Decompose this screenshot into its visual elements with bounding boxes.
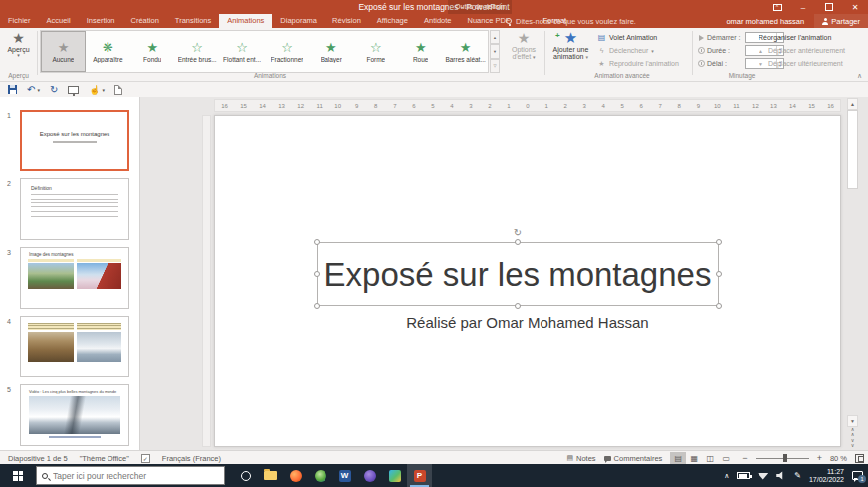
next-slide-button[interactable]: ∨∨ (847, 438, 858, 449)
tab-fichier[interactable]: Fichier (0, 14, 39, 28)
zoom-out-button[interactable]: − (742, 453, 747, 463)
add-animation-button[interactable]: ★+ Ajouter une animation ▾ (548, 30, 593, 74)
animation-roue[interactable]: ★Roue (398, 31, 443, 72)
word-button[interactable]: W (332, 464, 357, 487)
tab-diaporama[interactable]: Diaporama (272, 14, 325, 28)
zoom-level[interactable]: 80 % (830, 454, 847, 463)
collapse-ribbon-icon[interactable]: ∧ (857, 72, 862, 80)
button-declencheur[interactable]: ϟDéclencheur▾ (597, 44, 694, 57)
start-button[interactable] (0, 464, 36, 487)
close-button[interactable]: ✕ (842, 0, 868, 14)
vertical-scrollbar[interactable]: ▲ ▼ ∧∧ ∨∨ (847, 98, 858, 449)
comments-button[interactable]: Commentaires (604, 454, 663, 463)
slide-sorter-view-button[interactable]: ▦ (686, 452, 702, 465)
chevron-down-icon[interactable]: ▾ (37, 87, 40, 93)
move-earlier-button[interactable]: ▲ Déplacer antérieurement (759, 44, 864, 57)
animation-flottant-ent[interactable]: ☆Flottant ent... (220, 31, 265, 72)
tab-accueil[interactable]: Accueil (39, 14, 79, 28)
download-manager-button[interactable] (308, 464, 332, 487)
tab-revision[interactable]: Révision (325, 14, 369, 28)
animation-barres-aleat[interactable]: ★Barres aléat... (443, 31, 488, 72)
restore-button[interactable] (816, 0, 842, 14)
speaker-icon[interactable] (776, 471, 786, 480)
powerpoint-taskbar-button[interactable]: P (407, 464, 432, 487)
gallery-expand[interactable]: ▽ (490, 59, 500, 73)
spellcheck-icon[interactable]: ✓ (141, 454, 150, 463)
button-reproduire-l-animation[interactable]: ★Reproduire l'animation (597, 57, 694, 70)
zoom-slider-thumb[interactable] (783, 454, 787, 462)
preview-star-icon: ★ (2, 30, 35, 46)
tab-transitions[interactable]: Transitions (167, 14, 219, 28)
button-volet-animation[interactable]: ▤Volet Animation (597, 31, 694, 44)
slide-5-thumbnail[interactable]: Vidéo : Les cinq plus belles montagnes d… (20, 384, 129, 446)
animation-forme[interactable]: ☆Forme (353, 31, 398, 72)
scrollbar-thumb[interactable] (847, 110, 858, 189)
vertical-ruler[interactable] (202, 115, 211, 447)
horizontal-ruler[interactable]: 1615141312111098765432101234567891011121… (214, 99, 841, 112)
slide-title-text[interactable]: Exposé sur les montagnes (318, 243, 718, 307)
slide-1-thumbnail[interactable]: Exposé sur les montagnes (20, 110, 129, 171)
normal-view-button[interactable]: ▤ (670, 452, 686, 465)
slide-3-thumbnail[interactable]: Image des montagnes (20, 247, 129, 309)
language-indicator[interactable]: Français (France) (162, 454, 221, 463)
tab-animations[interactable]: Animations (219, 14, 272, 28)
animation-aucune[interactable]: ★Aucune (41, 31, 86, 72)
battery-icon[interactable] (737, 472, 750, 479)
tell-me-box[interactable]: Dites-nous ce que vous voulez faire. (506, 14, 636, 28)
animation-label: Fondu (143, 56, 161, 63)
animation-fondu[interactable]: ★Fondu (130, 31, 175, 72)
user-name[interactable]: omar mohamed hassan (726, 17, 804, 26)
scroll-up-button[interactable]: ▲ (847, 98, 858, 110)
file-explorer-button[interactable] (258, 464, 283, 487)
zoom-slider[interactable] (756, 452, 809, 465)
tab-insertion[interactable]: Insertion (79, 14, 123, 28)
tray-expand-icon[interactable]: ∧ (724, 472, 729, 480)
minimize-button[interactable]: – (790, 0, 816, 14)
new-file-button[interactable] (114, 85, 122, 95)
zoom-in-button[interactable]: + (817, 453, 822, 463)
tab-antidote[interactable]: Antidote (416, 14, 460, 28)
ruler-number: 10 (708, 103, 727, 109)
share-button[interactable]: Partager (814, 14, 868, 28)
clock[interactable]: 11:27 17/02/2022 (809, 468, 844, 484)
animation-apparaitre[interactable]: ❋Apparaître (86, 31, 130, 72)
taskbar-search-box[interactable] (36, 466, 225, 485)
move-later-button[interactable]: ▼ Déplacer ultérieurement (759, 57, 864, 70)
title-textbox[interactable]: ↻ Exposé sur les montagnes (317, 242, 719, 306)
notes-button[interactable]: ▤Notes (566, 454, 595, 463)
touch-mode-button[interactable]: ☝▾ (89, 85, 105, 95)
wifi-icon[interactable] (758, 472, 768, 480)
gallery-scrollbar: ▲ ▼ ▽ (490, 30, 500, 73)
theme-name[interactable]: "Thème Office" (80, 454, 129, 463)
ribbon-display-options-button[interactable]: ^ (764, 0, 790, 14)
firefox-button[interactable] (283, 464, 308, 487)
slide-subtitle-text[interactable]: Réalisé par Omar Mohamed Hassan (215, 314, 840, 331)
animation-fractionner[interactable]: ☆Fractionner (265, 31, 310, 72)
bluestacks-button[interactable] (382, 464, 407, 487)
chevron-down-icon[interactable]: ▾ (103, 87, 106, 93)
search-input[interactable] (53, 471, 202, 481)
reading-view-button[interactable]: ◫ (702, 452, 718, 465)
slide-4-thumbnail[interactable] (20, 316, 129, 377)
animation-balayer[interactable]: ★Balayer (309, 31, 353, 72)
undo-button[interactable]: ↶▾ (27, 85, 40, 95)
media-app-button[interactable] (357, 464, 382, 487)
slideshow-view-button[interactable]: ▭ (718, 452, 734, 465)
task-view-button[interactable] (233, 464, 258, 487)
animation-entree-brus[interactable]: ☆Entrée brus... (175, 31, 220, 72)
redo-button[interactable]: ↻ (50, 85, 58, 95)
rotate-handle[interactable]: ↻ (514, 227, 522, 238)
gallery-scroll-up[interactable]: ▲ (490, 30, 500, 44)
gallery-scroll-down[interactable]: ▼ (490, 44, 500, 58)
slide-2-thumbnail[interactable]: Définition (20, 178, 129, 240)
start-slideshow-button[interactable] (68, 86, 79, 94)
effect-options-button[interactable]: ★ Options d'effet ▾ (505, 30, 542, 74)
slide-canvas[interactable]: ↻ Exposé sur les montagnes Réalisé par O… (214, 115, 841, 447)
pen-icon[interactable]: ✎ (794, 471, 801, 480)
preview-button[interactable]: ★ Aperçu ▾ (2, 30, 35, 70)
tab-creation[interactable]: Création (122, 14, 166, 28)
tab-affichage[interactable]: Affichage (369, 14, 416, 28)
fit-slide-to-window-button[interactable] (855, 454, 864, 463)
save-button[interactable] (8, 85, 17, 94)
notification-center-icon[interactable]: 1 (852, 471, 863, 480)
